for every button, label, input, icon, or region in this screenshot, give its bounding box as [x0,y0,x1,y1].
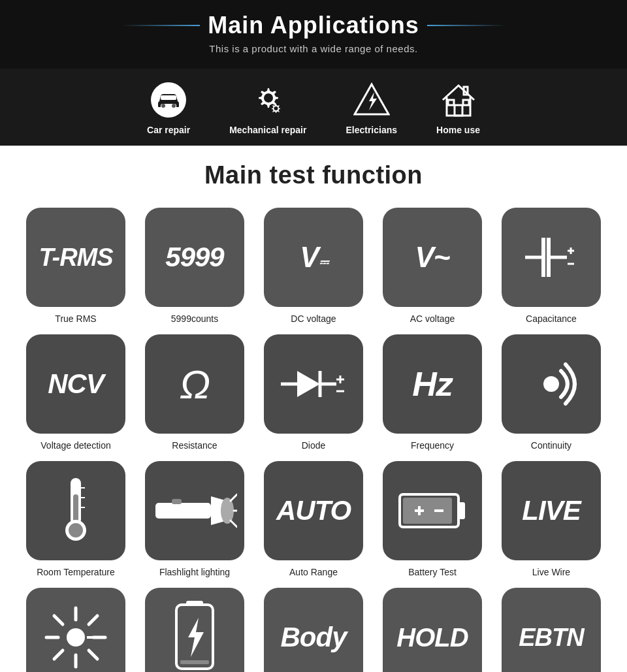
func-auto-range: AUTO Auto Range [257,461,370,577]
func-continuity: Continuity [495,334,607,451]
live-wire-symbol: LIVE [522,495,580,526]
capacitance-svg [519,231,584,283]
header-subtitle: This is a product with a wide range of n… [13,43,614,54]
auto-range-symbol: AUTO [276,495,351,526]
svg-rect-44 [403,498,452,524]
func-live-wire: LIVE Live Wire [495,461,607,577]
resistance-label: Resistance [172,440,217,451]
ac-voltage-icon-box: V~ [383,208,482,307]
func-battery-test: Battery Test [376,461,489,577]
frequency-icon-box: Hz [383,334,482,434]
capacitance-label: Capacitance [526,313,577,324]
app-electricians: Electricians [346,80,397,135]
battery-under-svg [169,598,221,672]
app-home-use: Home use [436,80,480,135]
app-electricians-label: Electricians [346,125,397,135]
lightning-icon-svg [353,82,390,118]
true-rms-icon-box: T-RMS [26,208,125,307]
dc-voltage-icon-box: V⎓ [264,208,363,307]
apps-bar: Car repair Mechanical repair [0,69,627,146]
electricians-icon [352,80,391,120]
func-resistance: Ω Resistance [138,334,251,451]
battery-test-label: Battery Test [408,567,457,577]
ac-voltage-symbol: V~ [415,241,449,274]
continuity-icon-box [502,334,601,434]
svg-point-6 [274,106,278,110]
battery-test-icon-box [383,461,482,560]
header: Main Applications This is a product with… [0,0,627,69]
data-hold-symbol: HOLD [396,623,468,652]
flashlight-icon-box [145,461,244,560]
svg-line-56 [54,650,63,659]
func-capacitance: Capacitance [495,208,607,324]
svg-marker-60 [188,618,204,657]
ncv-label: Voltage detection [40,440,110,451]
car-icon-svg [150,82,187,118]
svg-point-37 [221,498,234,524]
main-section: Main test function T-RMS True RMS 5999 5… [0,146,627,672]
live-wire-icon-box: LIVE [502,461,601,560]
diode-label: Diode [302,440,326,451]
room-temp-label: Room Temperature [37,567,115,577]
ncv-symbol: NCV [48,368,104,400]
svg-rect-41 [172,499,182,504]
svg-point-48 [67,628,85,647]
ac-voltage-label: AC voltage [410,313,455,324]
battery-under-icon-box [145,588,244,672]
svg-rect-43 [458,502,465,519]
func-data-hold: HOLD Data Hold [376,588,489,672]
func-ac-voltage: V~ AC voltage [376,208,489,324]
svg-line-53 [54,616,63,624]
svg-point-3 [172,104,176,108]
capacitance-icon-box [502,208,601,307]
svg-line-40 [231,520,237,527]
func-ebtn: EBTN EBTN display [495,588,607,672]
svg-rect-61 [180,660,209,664]
svg-marker-8 [369,92,377,110]
ncv-icon-box: NCV [26,334,125,434]
func-flashlight: Flashlight lighting [138,461,251,577]
svg-point-5 [264,93,273,103]
5999-label: 5999counts [171,313,218,324]
header-line-right [427,25,506,26]
battery-test-svg [396,485,468,537]
ebtn-symbol: EBTN [519,624,583,652]
frequency-symbol: Hz [412,364,453,404]
flashlight-label: Flashlight lighting [159,567,230,577]
thermometer-svg [56,475,95,547]
svg-line-54 [89,650,97,659]
house-icon-svg [440,82,477,118]
auto-range-label: Auto Range [289,567,338,577]
flashlight-svg [152,485,237,537]
mechanical-repair-icon [248,80,287,120]
screwless-icon-box: Body [264,588,363,672]
func-screwless: Body Screwless Body [257,588,370,672]
auto-range-icon-box: AUTO [264,461,363,560]
continuity-label: Continuity [531,440,571,451]
frequency-label: Frequency [411,440,454,451]
continuity-svg [519,351,584,417]
app-mechanical-label: Mechanical repair [229,125,306,135]
room-temp-icon-box [26,461,125,560]
diode-icon-box [264,334,363,434]
backlight-svg [40,601,112,672]
svg-line-38 [231,494,237,501]
func-true-rms: T-RMS True RMS [20,208,132,324]
car-repair-icon [149,80,188,120]
app-car-repair-label: Car repair [147,125,190,135]
app-mechanical-repair: Mechanical repair [229,80,306,135]
svg-marker-21 [297,371,320,397]
main-title: Main Applications [208,12,419,39]
func-backlight: Backlight [20,588,132,672]
resistance-symbol: Ω [180,361,210,408]
func-frequency: Hz Frequency [376,334,489,451]
svg-rect-12 [464,87,468,95]
backlight-icon-box [26,588,125,672]
dc-voltage-label: DC voltage [291,313,336,324]
header-title-row: Main Applications [13,12,614,39]
app-home-use-label: Home use [436,125,480,135]
data-hold-icon-box: HOLD [383,588,482,672]
live-wire-label: Live Wire [532,567,570,577]
svg-rect-10 [448,100,454,105]
home-use-icon [439,80,478,120]
